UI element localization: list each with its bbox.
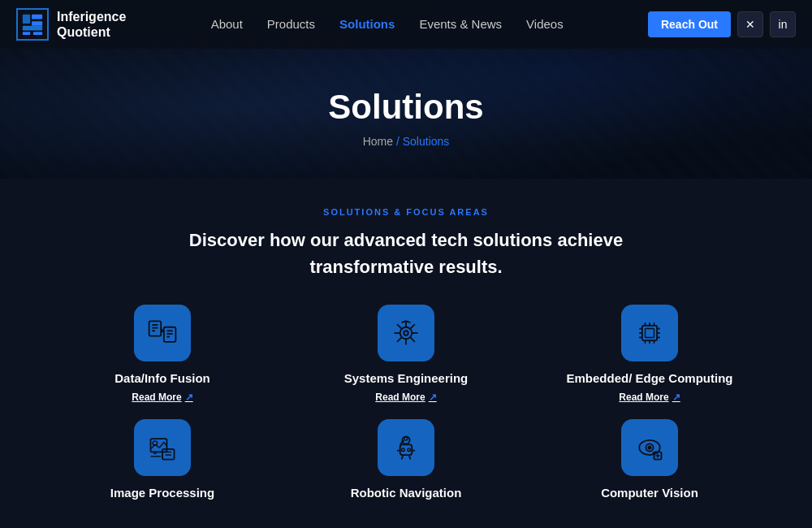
reach-out-button[interactable]: Reach Out bbox=[648, 11, 731, 37]
section-label: SOLUTIONS & FOCUS AREAS bbox=[323, 207, 489, 217]
arrow-icon: ↗ bbox=[429, 392, 437, 403]
card-computer-vision: Computer Vision bbox=[544, 419, 755, 506]
svg-line-24 bbox=[410, 324, 414, 328]
breadcrumb-current: Solutions bbox=[403, 135, 450, 148]
svg-point-57 bbox=[648, 446, 651, 449]
svg-point-16 bbox=[400, 327, 412, 340]
svg-line-22 bbox=[397, 324, 401, 328]
svg-point-49 bbox=[402, 448, 405, 452]
svg-point-17 bbox=[404, 331, 408, 335]
breadcrumb: Home / Solutions bbox=[363, 135, 450, 148]
read-more-embedded[interactable]: Read More ↗ bbox=[619, 392, 680, 403]
svg-rect-6 bbox=[149, 321, 162, 335]
card-systems-engineering: Systems Engineering Read More ↗ bbox=[300, 305, 512, 403]
svg-rect-54 bbox=[404, 437, 408, 440]
svg-line-25 bbox=[397, 337, 401, 341]
hero-title: Solutions bbox=[328, 88, 483, 127]
breadcrumb-home[interactable]: Home bbox=[363, 135, 393, 148]
nav-events[interactable]: Events & News bbox=[419, 17, 502, 31]
card-image-processing: Image Processing bbox=[57, 419, 268, 506]
logo[interactable]: Inferigence Quotient bbox=[16, 8, 126, 41]
data-fusion-icon bbox=[134, 305, 191, 361]
svg-rect-42 bbox=[162, 449, 175, 460]
solutions-grid: Data/Info Fusion Read More ↗ bbox=[57, 305, 755, 506]
robotic-navigation-icon bbox=[378, 419, 434, 476]
nav-about[interactable]: About bbox=[211, 17, 243, 31]
card-title-fusion: Data/Info Fusion bbox=[114, 371, 210, 385]
card-title-image: Image Processing bbox=[110, 486, 214, 500]
card-title-systems: Systems Engineering bbox=[344, 371, 469, 385]
card-title-robotic: Robotic Navigation bbox=[351, 486, 462, 500]
nav-products[interactable]: Products bbox=[267, 17, 315, 31]
svg-rect-40 bbox=[150, 439, 166, 452]
svg-point-50 bbox=[408, 448, 411, 452]
card-embedded-edge: Embedded/ Edge Computing Read More ↗ bbox=[544, 305, 755, 403]
svg-rect-27 bbox=[646, 329, 654, 338]
nav-links: About Products Solutions Events & News V… bbox=[211, 17, 564, 32]
svg-rect-1 bbox=[32, 15, 42, 19]
image-processing-icon bbox=[134, 419, 191, 476]
svg-rect-4 bbox=[23, 32, 30, 35]
card-title-embedded: Embedded/ Edge Computing bbox=[567, 371, 733, 385]
svg-rect-26 bbox=[642, 326, 657, 340]
arrow-icon: ↗ bbox=[185, 392, 193, 403]
svg-rect-0 bbox=[23, 15, 30, 24]
svg-line-23 bbox=[410, 337, 414, 341]
read-more-systems[interactable]: Read More ↗ bbox=[375, 392, 436, 403]
nav-solutions[interactable]: Solutions bbox=[339, 17, 395, 31]
logo-icon bbox=[16, 8, 49, 41]
svg-rect-5 bbox=[33, 32, 42, 35]
logo-text: Inferigence Quotient bbox=[57, 9, 126, 40]
embedded-edge-icon bbox=[621, 305, 678, 361]
arrow-icon: ↗ bbox=[672, 392, 680, 403]
computer-vision-icon bbox=[621, 419, 678, 476]
linkedin-icon[interactable]: in bbox=[770, 11, 796, 37]
twitter-icon[interactable]: ✕ bbox=[737, 11, 763, 37]
card-title-vision: Computer Vision bbox=[601, 486, 698, 500]
navbar: Inferigence Quotient About Products Solu… bbox=[0, 0, 812, 49]
section-heading: Discover how our advanced tech solutions… bbox=[162, 227, 650, 280]
nav-videos[interactable]: Videos bbox=[526, 17, 564, 31]
card-data-info-fusion: Data/Info Fusion Read More ↗ bbox=[57, 305, 268, 403]
read-more-fusion[interactable]: Read More ↗ bbox=[132, 392, 192, 403]
nav-right: Reach Out ✕ in bbox=[648, 11, 796, 37]
svg-rect-2 bbox=[32, 21, 42, 26]
main-content: SOLUTIONS & FOCUS AREAS Discover how our… bbox=[0, 179, 812, 528]
card-robotic-navigation: Robotic Navigation bbox=[300, 419, 512, 506]
systems-engineering-icon bbox=[378, 305, 434, 361]
svg-rect-3 bbox=[23, 26, 42, 31]
